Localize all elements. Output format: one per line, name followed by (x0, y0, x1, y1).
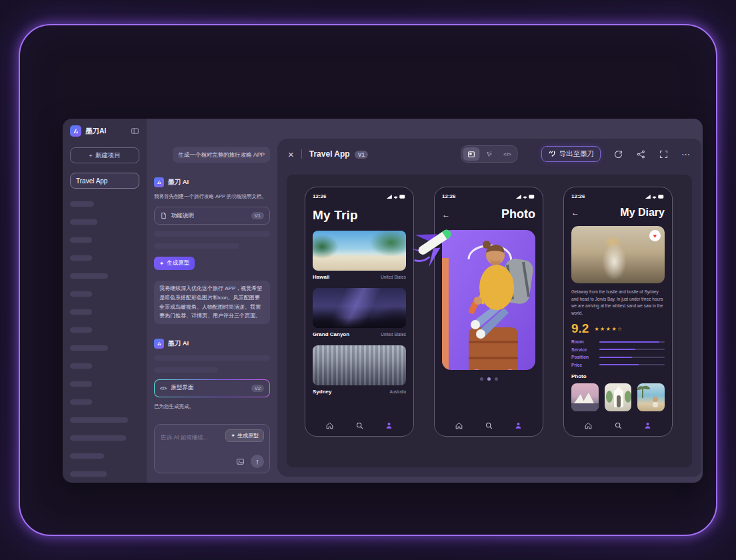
code-view-icon[interactable]: </> (499, 147, 516, 161)
skeleton-line (70, 273, 108, 279)
doc-card[interactable]: 功能说明 V1 (154, 207, 270, 225)
send-arrow-icon: ↑ (255, 457, 259, 465)
more-options-icon[interactable]: ⋯ (681, 149, 691, 159)
version-badge: V2 (251, 385, 264, 392)
dot[interactable] (480, 377, 483, 381)
desktop-background: 墨刀AI + 新建项目 Travel App 生成一个相对完整的旅行攻略 APP (0, 0, 736, 560)
prototype-card-label: 原型界面 (171, 384, 247, 392)
user-message: 我将继续深入优化这个旅行 APP，视觉希望是暗色系搭配彩色图片和icon。风景配… (154, 281, 270, 323)
mockingbot-ai-app: 墨刀AI + 新建项目 Travel App 生成一个相对完整的旅行攻略 APP (63, 119, 703, 483)
project-list-skeleton (70, 201, 139, 477)
new-project-button[interactable]: + 新建项目 (70, 147, 139, 163)
diary-photo: ♥ (571, 226, 665, 283)
main-area: × Travel AppV1 (277, 119, 703, 483)
rating-row: Service (571, 347, 665, 352)
profile-icon[interactable] (385, 421, 393, 430)
chat-input-box: ✦ 生成原型 ↑ (154, 424, 270, 473)
grand-canyon-photo (313, 288, 406, 328)
user-message: 生成一个相对完整的旅行攻略 APP (173, 147, 270, 163)
divider (301, 149, 302, 159)
attach-image-icon[interactable] (236, 457, 245, 466)
magic-cursor-icon[interactable] (481, 147, 498, 161)
sidebar-item-travel-app[interactable]: Travel App (70, 173, 139, 189)
share-icon[interactable] (636, 149, 646, 159)
dot[interactable] (495, 377, 498, 381)
profile-icon[interactable] (643, 421, 652, 430)
trip-country: United States (381, 332, 406, 337)
trip-card-hawaii[interactable]: Hawaii United States (313, 231, 406, 280)
diary-text: Getaway from the hustle and bustle of Sy… (571, 289, 665, 317)
search-icon[interactable] (485, 421, 493, 430)
skeleton-line (70, 453, 104, 459)
home-icon[interactable] (455, 421, 463, 430)
view-mode-switch: </> (461, 145, 518, 163)
canvas-view-icon[interactable] (463, 147, 480, 161)
trip-card-grand-canyon[interactable]: Grand Canyon United States (313, 288, 406, 337)
status-icons (645, 194, 665, 199)
phone-bottom-nav (305, 421, 413, 430)
carousel-dots[interactable] (442, 377, 535, 381)
status-icons (515, 194, 535, 199)
skeleton-line (70, 345, 108, 351)
document-icon (160, 212, 167, 219)
thumbnail-beach[interactable] (637, 383, 665, 411)
refresh-icon[interactable] (613, 149, 623, 159)
generate-prototype-button[interactable]: ✦ 生成原型 (154, 257, 195, 270)
skeleton-line (70, 435, 126, 441)
dot-active[interactable] (487, 377, 491, 381)
thumbnail-opera-house[interactable] (571, 383, 599, 411)
rating-row: Room (571, 339, 665, 344)
brand-logo-icon (70, 125, 81, 137)
mockingbot-logo-icon (548, 150, 556, 158)
ai-header: 墨刀 AI (154, 339, 270, 349)
generate-prototype-chip[interactable]: ✦ 生成原型 (225, 429, 264, 442)
glow-window: 墨刀AI + 新建项目 Travel App 生成一个相对完整的旅行攻略 APP (19, 24, 717, 536)
favorite-heart-icon[interactable]: ♥ (649, 230, 661, 241)
skeleton-line (154, 243, 239, 249)
status-time: 12:26 (571, 193, 585, 199)
search-icon[interactable] (614, 421, 623, 430)
rating-stars: ★★★★☆ (594, 326, 623, 332)
prototype-canvas[interactable]: 12:26 My Trip Hawaii United Stat (287, 175, 692, 467)
trip-name: Sydney (313, 389, 331, 395)
status-icons (386, 194, 406, 199)
preview-actions: 导出至墨刀 ⋯ (541, 146, 691, 162)
sparkle-icon: ✦ (231, 433, 235, 439)
phone-screen-photo[interactable]: 12:26 ← Photo (434, 187, 543, 437)
ai-message: 已为您生成完成。 (154, 403, 270, 410)
export-to-mockingbot-button[interactable]: 导出至墨刀 (541, 146, 601, 162)
phone-screen-my-trip[interactable]: 12:26 My Trip Hawaii United Stat (305, 187, 414, 437)
skeleton-line (70, 327, 92, 333)
rating-score: 9.2 (571, 321, 589, 336)
page-title: My Diary (620, 207, 665, 219)
skeleton-line (70, 201, 94, 207)
rating-row: Price (571, 363, 665, 367)
skeleton-line (70, 381, 92, 387)
rating-bars: Room Service Position (571, 339, 665, 367)
version-badge: V1 (251, 212, 264, 219)
chat-panel: 生成一个相对完整的旅行攻略 APP 墨刀 AI 我将首先创建一个旅行攻略 APP… (147, 119, 277, 483)
home-icon[interactable] (325, 421, 334, 430)
collapse-panel-icon[interactable] (131, 127, 139, 135)
fullscreen-icon[interactable] (659, 149, 669, 159)
profile-icon[interactable] (514, 421, 523, 430)
ai-avatar (154, 177, 164, 187)
status-bar: 12:26 (571, 193, 665, 199)
phone-screen-my-diary[interactable]: 12:26 ← My Diary ♥ (563, 187, 673, 437)
chat-input[interactable] (161, 434, 222, 441)
home-icon[interactable] (584, 421, 593, 430)
status-bar: 12:26 (313, 193, 406, 199)
trip-card-sydney[interactable]: Sydney Australia (313, 345, 406, 395)
back-icon[interactable]: ← (571, 208, 579, 217)
back-icon[interactable]: ← (442, 210, 450, 219)
search-icon[interactable] (355, 421, 364, 430)
phone-bottom-nav (564, 421, 672, 430)
ai-name: 墨刀 AI (168, 339, 189, 348)
thumbnail-white-building[interactable] (605, 383, 632, 411)
skeleton-line (154, 367, 218, 373)
send-button[interactable]: ↑ (251, 455, 264, 468)
prototype-card[interactable]: </> 原型界面 V2 (154, 379, 270, 397)
close-icon[interactable]: × (288, 149, 294, 160)
skeleton-line (70, 399, 92, 405)
skeleton-line (154, 231, 270, 237)
